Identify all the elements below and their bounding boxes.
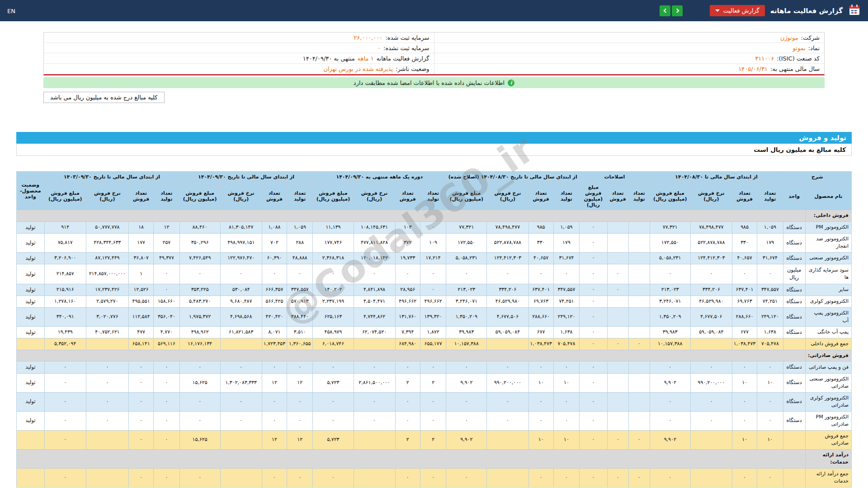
value-cell: ۴,۷۴۴,۸۶۲ xyxy=(354,308,395,327)
value-cell: ۰ xyxy=(446,264,487,284)
status-cell: تولید xyxy=(17,284,45,296)
value-cell: ۰ xyxy=(86,411,128,430)
value-cell: ۰ xyxy=(580,284,607,296)
value-cell: ۰ xyxy=(44,430,86,449)
registered-capital-row: سرمایه ثبت شده: ۲۶,۰۰۰,۰۰۰ xyxy=(44,33,434,43)
value-cell: ۲۱۳,۰۲۳ xyxy=(650,284,690,296)
unit-cell: دستگاه xyxy=(783,308,805,327)
next-report-button[interactable] xyxy=(660,5,670,16)
column-header: مبلغ فروش (میلیون ریال) xyxy=(446,183,487,210)
chevron-down-icon xyxy=(715,9,720,12)
value-cell: ۰ xyxy=(313,392,354,411)
value-cell: ۱,۶۳۸ xyxy=(553,327,579,338)
value-cell: ۶۷۷ xyxy=(528,327,553,338)
column-header: مبلغ فروش (میلیون ریال) xyxy=(313,183,354,210)
product-name-cell: الکتروموتور پمپ آب xyxy=(805,308,851,327)
value-cell: ۵,۷۲۳ xyxy=(313,373,354,392)
value-cell: ۵۳۰,۰۸۴ xyxy=(220,284,262,296)
symbol-value[interactable]: بموتو xyxy=(793,45,806,52)
value-cell: ۴۰,۶۵۷ xyxy=(528,252,553,264)
unregistered-capital-label: سرمایه ثبت نشده: xyxy=(383,45,429,52)
value-cell xyxy=(487,468,528,487)
column-group-header: وضعیت محصول-واحد xyxy=(17,172,45,210)
value-cell: ۰ xyxy=(354,411,395,430)
section-label-cell: فروش صادراتی: xyxy=(805,350,851,361)
status-cell: تولید xyxy=(17,221,45,233)
column-header: تعداد فروش xyxy=(607,183,628,210)
value-cell: ۰ xyxy=(44,411,86,430)
value-cell: ۱,۸۷۲ xyxy=(420,327,446,338)
signature-banner: i اطلاعات نمایش داده شده با اطلاعات امضا… xyxy=(43,77,825,88)
value-cell xyxy=(487,430,528,449)
value-cell: ۳۷۲ xyxy=(395,233,420,252)
unit-cell: دستگاه xyxy=(783,373,805,392)
issuer-status-row: وضعیت ناشر: پذیرفته شده در بورس تهران xyxy=(44,64,434,74)
value-cell: ۴۲۰,۴۲۰ xyxy=(262,308,287,327)
value-cell: ۰ xyxy=(420,468,446,487)
report-type-button[interactable]: گزارش فعالیت xyxy=(710,5,764,16)
value-cell: ۰ xyxy=(262,468,287,487)
value-cell: ۰ xyxy=(287,392,313,411)
previous-report-button[interactable] xyxy=(672,5,683,16)
value-cell: ۰ xyxy=(487,264,528,284)
column-header: تعداد تولید xyxy=(757,183,783,210)
value-cell: ۰ xyxy=(580,392,607,411)
value-cell: ۹,۶۸۰,۴۸۷ xyxy=(220,296,262,307)
report-info-box: شرکت: موتوژن نماد: بموتو کد صنعت (ISIC):… xyxy=(43,32,825,75)
registered-capital-value: ۲۶,۰۰۰,۰۰۰ xyxy=(354,34,382,41)
value-cell xyxy=(354,468,395,487)
status-cell xyxy=(17,468,45,487)
symbol-label: نماد: xyxy=(808,45,820,52)
value-cell xyxy=(628,264,650,284)
amounts-note-box: کلیه مبالغ درج شده به میلیون ریال می باش… xyxy=(43,92,165,103)
value-cell: ۰ xyxy=(607,468,628,487)
column-header: نرخ فروش (ریال) xyxy=(487,183,528,210)
column-header: نام محصول xyxy=(805,183,851,210)
value-cell: ۰ xyxy=(262,264,287,284)
value-cell: ۰ xyxy=(420,284,446,296)
value-cell: ۱۷۲,۵۵۰ xyxy=(650,233,690,252)
value-cell: ۸۱,۳۰۵,۱۴۷ xyxy=(220,221,262,233)
isic-row: کد صنعت (ISIC): ۳۱۱۰۰۶ xyxy=(434,53,825,64)
value-cell: ۱۱,۱۳۹ xyxy=(313,221,354,233)
column-header: تعداد تولید xyxy=(154,183,179,210)
status-cell: تولید xyxy=(17,264,45,284)
unit-cell: دستگاه xyxy=(783,233,805,252)
page-title: گزارش فعالیت ماهانه xyxy=(770,7,843,15)
value-cell: ۱۰ xyxy=(528,373,553,392)
status-cell: تولید xyxy=(17,233,45,252)
value-cell: ۰ xyxy=(313,361,354,373)
unit-cell xyxy=(783,468,805,487)
value-cell: ۱,۶۳۸ xyxy=(757,327,783,338)
value-cell: ۳۵۶,۰۴۰ xyxy=(154,308,179,327)
value-cell: ۰ xyxy=(732,392,757,411)
value-cell xyxy=(607,392,628,411)
value-cell: ۴,۵۰۴,۴۷۱ xyxy=(354,296,395,307)
value-cell: ۴۷۷,۸۱۱,۸۲۸ xyxy=(354,233,395,252)
value-cell: ۸۸,۴۶۰ xyxy=(179,221,220,233)
language-toggle[interactable]: EN xyxy=(7,8,15,14)
value-cell: ۰ xyxy=(553,392,579,411)
value-cell: ۱۶,۱۷۶,۱۳۴ xyxy=(179,338,220,350)
value-cell: ۷۰۵,۴۷۸ xyxy=(757,338,783,350)
value-cell: ۰ xyxy=(287,361,313,373)
value-cell: ۱۷۹ xyxy=(553,233,579,252)
value-cell: ۰ xyxy=(420,361,446,373)
value-cell: ۰ xyxy=(395,468,420,487)
company-value[interactable]: موتوژن xyxy=(780,34,798,41)
value-cell: ۰ xyxy=(650,468,690,487)
column-header: مبلغ فروش (میلیون ریال) xyxy=(650,183,690,210)
value-cell: ۶۶۶,۳۵۷ xyxy=(262,284,287,296)
info-col-left: سرمایه ثبت شده: ۲۶,۰۰۰,۰۰۰ سرمایه ثبت نش… xyxy=(44,33,434,74)
unit-cell: دستگاه xyxy=(783,392,805,411)
value-cell: ۱۸ xyxy=(128,221,153,233)
value-cell xyxy=(607,221,628,233)
value-cell: ۰ xyxy=(650,411,690,430)
value-cell: ۰ xyxy=(628,468,650,487)
value-cell: ۹۹۰,۲۰۰,۰۰۰ xyxy=(487,373,528,392)
value-cell: ۳۳۰ xyxy=(528,233,553,252)
symbol-row: نماد: بموتو xyxy=(434,43,825,53)
value-cell: ۵۹,۰۵۹,۰۸۴ xyxy=(487,327,528,338)
value-cell: ۰ xyxy=(580,373,607,392)
value-cell: ۰ xyxy=(446,361,487,373)
